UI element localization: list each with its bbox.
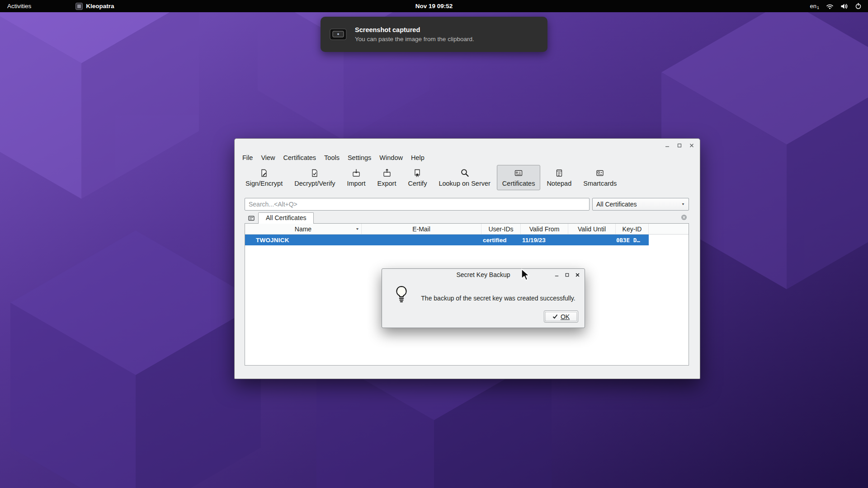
notepad-icon bbox=[555, 169, 564, 178]
maximize-icon[interactable] bbox=[677, 143, 682, 148]
close-tab-icon bbox=[681, 214, 687, 221]
cell-name: TWOJNICK bbox=[245, 235, 362, 245]
certificate-filter-select[interactable]: All Certificates ▼ bbox=[592, 198, 689, 211]
menu-window[interactable]: Window bbox=[375, 152, 407, 163]
certificate-row-selected[interactable]: TWOJNICK certified 11/19/23 0B3E D… bbox=[245, 235, 649, 245]
toolbar-label: Lookup on Server bbox=[439, 180, 490, 187]
toolbar: Sign/Encrypt Decrypt/Verify Import Expor… bbox=[240, 165, 622, 190]
certificate-filter-value: All Certificates bbox=[596, 201, 637, 208]
cell-user-ids: certified bbox=[481, 235, 521, 245]
desktop: { "colors": { "selection_blue": "#2a79c7… bbox=[0, 0, 868, 488]
toolbar-export[interactable]: Export bbox=[372, 165, 402, 190]
focused-app-indicator[interactable]: Kleopatra bbox=[71, 3, 118, 10]
notification-title: Screenshot captured bbox=[355, 26, 474, 33]
screenshot-icon bbox=[330, 28, 347, 41]
menu-certificates[interactable]: Certificates bbox=[279, 152, 321, 163]
column-header-key-id[interactable]: Key-ID bbox=[616, 224, 649, 234]
close-tab-button[interactable] bbox=[681, 214, 687, 222]
system-status-area[interactable]: en1 bbox=[804, 0, 868, 12]
toolbar-certificates[interactable]: Certificates bbox=[497, 165, 541, 190]
kleopatra-app-icon bbox=[75, 3, 83, 10]
toolbar-lookup-on-server[interactable]: Lookup on Server bbox=[433, 165, 495, 190]
menu-tools[interactable]: Tools bbox=[320, 152, 344, 163]
menu-view[interactable]: View bbox=[257, 152, 279, 163]
column-header-valid-until[interactable]: Valid Until bbox=[568, 224, 616, 234]
search-input[interactable] bbox=[245, 198, 590, 211]
clock[interactable]: Nov 19 09:52 bbox=[415, 3, 453, 9]
column-header-email[interactable]: E-Mail bbox=[362, 224, 481, 234]
cell-valid-from: 11/19/23 bbox=[521, 235, 568, 245]
toolbar-label: Certificates bbox=[502, 180, 535, 187]
secret-key-backup-dialog: Secret Key Backup The backup of the secr… bbox=[382, 268, 585, 328]
keyboard-layout-indicator[interactable]: en1 bbox=[810, 3, 819, 10]
toolbar-label: Sign/Encrypt bbox=[245, 180, 283, 187]
toolbar-label: Export bbox=[377, 180, 396, 187]
menu-settings[interactable]: Settings bbox=[344, 152, 375, 163]
wifi-icon bbox=[826, 3, 834, 9]
window-titlebar[interactable] bbox=[235, 139, 700, 152]
certificates-icon bbox=[514, 169, 523, 178]
toolbar-label: Notepad bbox=[547, 180, 571, 187]
ok-button[interactable]: OK bbox=[544, 310, 578, 323]
minimize-icon[interactable] bbox=[665, 143, 670, 148]
decrypt-verify-icon bbox=[310, 169, 319, 178]
column-header-user-ids[interactable]: User-IDs bbox=[481, 224, 521, 234]
dialog-message: The backup of the secret key was created… bbox=[416, 295, 580, 302]
close-icon[interactable] bbox=[689, 143, 694, 148]
table-header: Name ▼ E-Mail User-IDs Valid From Valid … bbox=[245, 224, 689, 235]
column-header-filler bbox=[649, 224, 689, 234]
toolbar-label: Import bbox=[347, 180, 365, 187]
toolbar-notepad[interactable]: Notepad bbox=[541, 165, 577, 190]
lightbulb-icon bbox=[395, 286, 408, 305]
dialog-minimize-icon[interactable] bbox=[554, 272, 559, 277]
notification-toast[interactable]: Screenshot captured You can paste the im… bbox=[321, 17, 547, 52]
ok-button-label: OK bbox=[561, 313, 570, 320]
chevron-down-icon: ▼ bbox=[681, 202, 685, 206]
tab-bar-icon bbox=[248, 215, 255, 222]
activities-button[interactable]: Activities bbox=[0, 0, 38, 12]
dialog-controls bbox=[554, 272, 580, 277]
dialog-maximize-icon[interactable] bbox=[565, 272, 570, 277]
toolbar-decrypt-verify[interactable]: Decrypt/Verify bbox=[289, 165, 340, 190]
dialog-body: The backup of the secret key was created… bbox=[382, 281, 585, 328]
tab-bar: All Certificates bbox=[245, 212, 689, 224]
dialog-close-icon[interactable] bbox=[575, 272, 580, 277]
menu-file[interactable]: File bbox=[238, 152, 257, 163]
lookup-search-icon bbox=[460, 169, 469, 178]
toolbar-label: Decrypt/Verify bbox=[294, 180, 335, 187]
import-icon bbox=[352, 169, 361, 178]
toolbar-label: Smartcards bbox=[583, 180, 617, 187]
menu-help[interactable]: Help bbox=[407, 152, 429, 163]
toolbar-import[interactable]: Import bbox=[341, 165, 371, 190]
check-icon bbox=[552, 314, 558, 319]
kleopatra-window: File View Certificates Tools Settings Wi… bbox=[234, 138, 700, 379]
sign-encrypt-icon bbox=[259, 169, 269, 178]
tab-options-button[interactable] bbox=[246, 213, 256, 223]
dialog-titlebar[interactable]: Secret Key Backup bbox=[382, 269, 585, 281]
toolbar-certify[interactable]: Certify bbox=[402, 165, 432, 190]
tab-all-certificates[interactable]: All Certificates bbox=[258, 212, 314, 224]
focused-app-name: Kleopatra bbox=[86, 3, 114, 9]
cell-email bbox=[362, 235, 481, 245]
toolbar-sign-encrypt[interactable]: Sign/Encrypt bbox=[240, 165, 288, 190]
toolbar-label: Certify bbox=[408, 180, 427, 187]
certify-icon bbox=[413, 169, 422, 178]
column-header-valid-from[interactable]: Valid From bbox=[521, 224, 568, 234]
cell-key-id: 0B3E D… bbox=[616, 235, 649, 245]
smartcards-icon bbox=[595, 169, 604, 178]
export-icon bbox=[382, 169, 392, 178]
power-icon bbox=[855, 3, 862, 9]
menu-bar: File View Certificates Tools Settings Wi… bbox=[238, 152, 429, 163]
sort-descending-icon: ▼ bbox=[355, 227, 359, 231]
search-row: All Certificates ▼ bbox=[245, 198, 689, 211]
notification-text: Screenshot captured You can paste the im… bbox=[355, 26, 474, 42]
top-bar: Activities Kleopatra Nov 19 09:52 en1 bbox=[0, 0, 868, 12]
volume-icon bbox=[840, 3, 848, 9]
toolbar-smartcards[interactable]: Smartcards bbox=[578, 165, 622, 190]
notification-body: You can paste the image from the clipboa… bbox=[355, 36, 474, 42]
window-controls bbox=[665, 143, 694, 148]
column-header-name[interactable]: Name ▼ bbox=[245, 224, 362, 234]
cell-valid-until bbox=[568, 235, 616, 245]
